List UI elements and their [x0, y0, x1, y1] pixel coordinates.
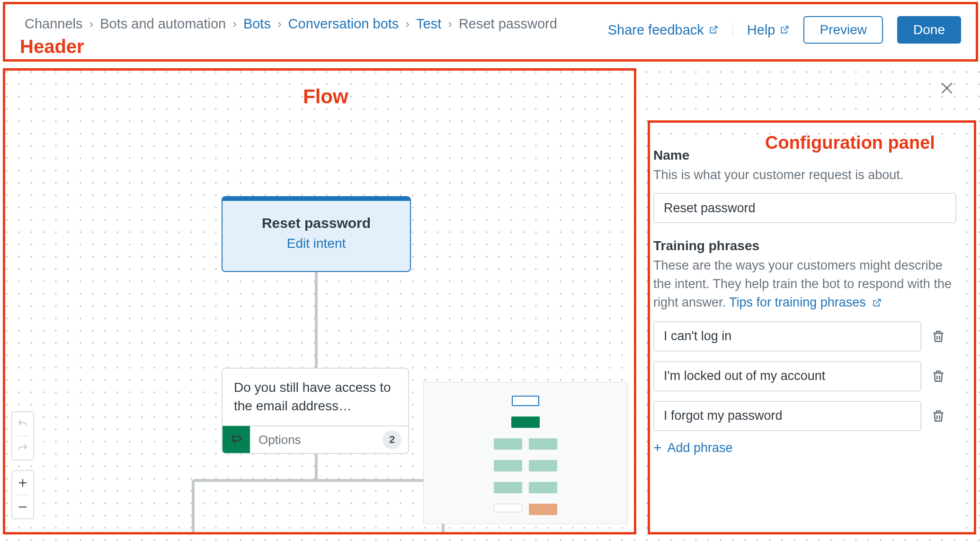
external-link-icon — [709, 22, 718, 38]
minimap-node — [494, 438, 522, 450]
name-section: Name This is what your customer request … — [653, 148, 960, 223]
minus-icon — [17, 501, 28, 513]
preview-button[interactable]: Preview — [803, 16, 883, 44]
breadcrumb-channels: Channels — [25, 16, 83, 32]
help-label: Help — [747, 22, 775, 38]
minimap-node — [494, 482, 522, 493]
training-tips-link[interactable]: Tips for training phrases — [729, 295, 882, 309]
share-feedback-label: Share feedback — [608, 22, 704, 38]
header: Channels › Bots and automation › Bots › … — [0, 0, 980, 62]
minimap-node — [494, 460, 522, 471]
add-phrase-button[interactable]: + Add phrase — [653, 441, 960, 455]
message-text: Do you still have access to the email ad… — [223, 369, 408, 425]
minimap-node — [512, 396, 539, 406]
training-phrase-row — [653, 401, 960, 431]
training-section: Training phrases These are the ways your… — [653, 238, 960, 455]
signpost-icon — [223, 426, 250, 453]
training-phrase-row — [653, 361, 960, 391]
breadcrumb-current: Reset password — [459, 16, 557, 32]
name-label: Name — [653, 148, 960, 163]
redo-icon — [17, 443, 28, 454]
close-panel-button[interactable] — [939, 81, 954, 96]
training-description: These are the ways your customers might … — [653, 256, 960, 313]
redo-button[interactable] — [12, 436, 33, 460]
external-link-icon — [780, 22, 789, 38]
edit-intent-link[interactable]: Edit intent — [223, 236, 410, 251]
breadcrumb-bots[interactable]: Bots — [243, 16, 271, 32]
intent-title: Reset password — [223, 215, 410, 231]
chevron-right-icon: › — [232, 17, 237, 31]
minimap-node — [529, 504, 557, 515]
chevron-right-icon: › — [405, 17, 410, 31]
header-divider — [732, 23, 733, 37]
training-phrase-input[interactable] — [653, 321, 921, 352]
training-label: Training phrases — [653, 238, 960, 253]
breadcrumbs: Channels › Bots and automation › Bots › … — [25, 16, 557, 32]
name-description: This is what your customer request is ab… — [653, 166, 960, 184]
header-actions: Share feedback Help Preview Done — [608, 16, 961, 44]
delete-phrase-button[interactable] — [931, 329, 946, 344]
trash-icon — [931, 329, 946, 344]
minimap[interactable] — [423, 382, 628, 524]
training-phrase-input[interactable] — [653, 401, 921, 431]
minimap-node — [529, 482, 557, 493]
options-label: Options — [250, 433, 383, 447]
trash-icon — [931, 369, 946, 384]
chevron-right-icon: › — [448, 17, 452, 31]
chevron-right-icon: › — [277, 17, 282, 31]
minimap-node — [494, 504, 522, 512]
chevron-right-icon: › — [89, 17, 94, 31]
options-count-badge: 2 — [383, 430, 401, 449]
training-phrase-row — [653, 321, 960, 352]
share-feedback-link[interactable]: Share feedback — [608, 22, 718, 38]
breadcrumb-conversation-bots[interactable]: Conversation bots — [288, 16, 399, 32]
help-link[interactable]: Help — [747, 22, 790, 38]
minimap-node — [511, 416, 540, 428]
message-options-row[interactable]: Options 2 — [223, 425, 408, 453]
training-phrase-input[interactable] — [653, 361, 921, 391]
add-phrase-label: Add phrase — [668, 441, 733, 455]
zoom-in-button[interactable] — [12, 471, 33, 495]
minimap-node — [529, 460, 557, 471]
zoom-out-button[interactable] — [12, 495, 33, 519]
undo-icon — [17, 418, 28, 430]
undo-redo-toolbox — [11, 411, 34, 461]
intent-name-input[interactable] — [653, 193, 956, 223]
intent-accent-bar — [223, 197, 410, 201]
config-panel: Name This is what your customer request … — [649, 137, 965, 538]
undo-button[interactable] — [12, 412, 33, 436]
external-link-icon — [872, 294, 882, 313]
plus-icon: + — [653, 441, 662, 455]
zoom-toolbox — [11, 470, 34, 519]
delete-phrase-button[interactable] — [931, 408, 946, 424]
done-button[interactable]: Done — [897, 16, 961, 44]
delete-phrase-button[interactable] — [931, 369, 946, 384]
intent-node[interactable]: Reset password Edit intent — [222, 196, 411, 272]
trash-icon — [931, 408, 946, 424]
message-node[interactable]: Do you still have access to the email ad… — [222, 368, 409, 454]
minimap-node — [529, 438, 557, 450]
plus-icon — [17, 477, 28, 489]
breadcrumb-bots-automation: Bots and automation — [100, 16, 226, 32]
breadcrumb-test[interactable]: Test — [416, 16, 441, 32]
close-icon — [939, 81, 954, 96]
training-tips-label: Tips for training phrases — [729, 295, 866, 309]
